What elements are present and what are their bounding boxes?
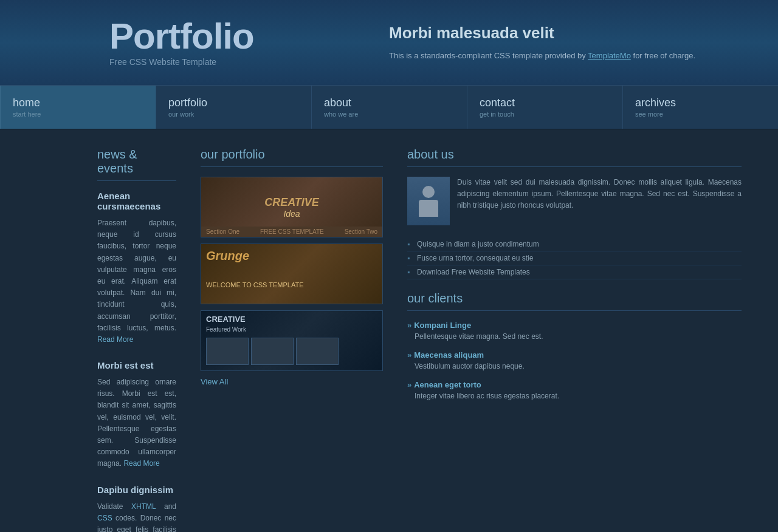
nav-item-contact[interactable]: contact get in touch bbox=[467, 86, 623, 129]
news-item-1-body: Praesent dapibus, neque id cursus faucib… bbox=[97, 217, 176, 346]
portfolio-thumb-3-creative: CREATIVE bbox=[206, 315, 377, 324]
bar-section-one: Section One bbox=[206, 228, 239, 235]
hero-text-end: for free of charge. bbox=[631, 51, 695, 60]
portfolio-thumb-3-gallery bbox=[206, 338, 377, 365]
portfolio-thumb-3-featured: Featured Work bbox=[206, 326, 377, 333]
nav-portfolio-sub: our work bbox=[168, 111, 299, 118]
clients-title: our clients bbox=[407, 292, 742, 311]
portfolio-thumb-1-idea: Idea bbox=[283, 209, 300, 219]
nav-about-main: about bbox=[324, 97, 455, 109]
about-list: Quisque in diam a justo condimentum Fusc… bbox=[407, 237, 742, 279]
client-1-desc: Pellentesque vitae magna. Sed nec est. bbox=[407, 332, 742, 341]
portfolio-column: our portfolio CREATIVE Idea Section One … bbox=[188, 142, 395, 532]
nav-portfolio-main: portfolio bbox=[168, 97, 299, 109]
bar-free-css: FREE CSS TEMPLATE bbox=[260, 228, 324, 235]
news-item-1: Aenean cursmaecenas Praesent dapibus, ne… bbox=[97, 191, 176, 346]
avatar-head bbox=[422, 186, 435, 198]
about-content: Duis vitae velit sed dui malesuada digni… bbox=[407, 177, 742, 225]
news-column: news & events Aenean cursmaecenas Praese… bbox=[0, 142, 188, 532]
nav-item-home[interactable]: home start here bbox=[0, 86, 156, 129]
about-column: about us Duis vitae velit sed dui malesu… bbox=[395, 142, 778, 532]
portfolio-thumb-2[interactable]: Grunge WELCOME TO CSS TEMPLATE bbox=[201, 244, 383, 304]
client-item-2: Maecenas aliquam Vestibulum auctor dapib… bbox=[407, 350, 742, 370]
news-item-3-title: Dapibu dignissim bbox=[97, 485, 176, 495]
header-text: Morbi malesuada velit This is a standard… bbox=[389, 24, 778, 62]
nav-contact-main: contact bbox=[480, 97, 610, 109]
about-list-item-1: Quisque in diam a justo condimentum bbox=[407, 237, 742, 251]
portfolio-thumb-1-creative: CREATIVE bbox=[264, 196, 319, 209]
avatar-body bbox=[419, 200, 438, 217]
portfolio-thumb-2-welcome: WELCOME TO CSS TEMPLATE bbox=[206, 281, 304, 288]
news-item-1-title: Aenean cursmaecenas bbox=[97, 191, 176, 211]
gallery-item-3 bbox=[296, 338, 339, 365]
news-item-3: Dapibu dignissim Validate XHTML and CSS … bbox=[97, 485, 176, 532]
portfolio-title: our portfolio bbox=[201, 148, 383, 167]
news-item-3-body: Validate XHTML and CSS codes. Donec nec … bbox=[97, 501, 176, 532]
nav-home-main: home bbox=[13, 97, 143, 109]
client-item-1: Kompani Linge Pellentesque vitae magna. … bbox=[407, 321, 742, 341]
nav-archives-main: archives bbox=[635, 97, 766, 109]
xhtml-link[interactable]: XHTML bbox=[131, 502, 156, 511]
portfolio-thumb-3[interactable]: CREATIVE Featured Work bbox=[201, 310, 383, 371]
avatar-figure bbox=[416, 186, 441, 216]
css-link[interactable]: CSS bbox=[97, 514, 112, 522]
client-3-link[interactable]: Aenean eget torto bbox=[407, 380, 742, 389]
news-item-2-body: Sed adipiscing ornare risus. Morbi est e… bbox=[97, 377, 176, 470]
portfolio-thumb-1[interactable]: CREATIVE Idea Section One FREE CSS TEMPL… bbox=[201, 177, 383, 237]
clients-section: our clients Kompani Linge Pellentesque v… bbox=[407, 292, 742, 400]
view-all-link[interactable]: View All bbox=[201, 377, 383, 386]
about-text: Duis vitae velit sed dui malesuada digni… bbox=[457, 177, 742, 225]
hero-title: Morbi malesuada velit bbox=[389, 24, 742, 43]
client-2-link[interactable]: Maecenas aliquam bbox=[407, 350, 742, 360]
about-title: about us bbox=[407, 148, 742, 167]
news-item-2-title: Morbi est est bbox=[97, 360, 176, 370]
nav-archives-sub: see more bbox=[635, 111, 766, 118]
client-3-desc: Integer vitae libero ac risus egestas pl… bbox=[407, 392, 742, 400]
header: Portfolio Free CSS Website Template Morb… bbox=[0, 0, 778, 85]
about-list-item-3: Download Free Website Templates bbox=[407, 265, 742, 279]
client-item-3: Aenean eget torto Integer vitae libero a… bbox=[407, 380, 742, 400]
news-item-1-read-more[interactable]: Read More bbox=[97, 335, 133, 344]
nav-item-about[interactable]: about who we are bbox=[312, 86, 467, 129]
nav-item-portfolio[interactable]: portfolio our work bbox=[156, 86, 312, 129]
news-item-2-read-more[interactable]: Read More bbox=[123, 459, 159, 468]
nav-inner: home start here portfolio our work about… bbox=[0, 86, 778, 129]
bar-section-two: Section Two bbox=[345, 228, 377, 235]
news-title: news & events bbox=[97, 148, 176, 181]
logo-subtitle: Free CSS Website Template bbox=[109, 57, 389, 67]
logo-area: Portfolio Free CSS Website Template bbox=[0, 18, 389, 67]
news-item-2: Morbi est est Sed adipiscing ornare risu… bbox=[97, 360, 176, 470]
logo-title: Portfolio bbox=[109, 18, 389, 55]
portfolio-thumb-1-bar: Section One FREE CSS TEMPLATE Section Tw… bbox=[201, 227, 382, 237]
gallery-item-2 bbox=[251, 338, 294, 365]
nav-home-sub: start here bbox=[13, 111, 143, 118]
client-1-link[interactable]: Kompani Linge bbox=[407, 321, 742, 330]
about-list-item-2: Fusce urna tortor, consequat eu stie bbox=[407, 251, 742, 265]
gallery-item-1 bbox=[206, 338, 249, 365]
client-2-desc: Vestibulum auctor dapibus neque. bbox=[407, 362, 742, 370]
nav-about-sub: who we are bbox=[324, 111, 455, 118]
avatar bbox=[407, 177, 450, 225]
hero-paragraph: This is a standards-compliant CSS templa… bbox=[389, 50, 742, 62]
hero-text-start: This is a standards-compliant CSS templa… bbox=[389, 51, 588, 60]
nav-contact-sub: get in touch bbox=[480, 111, 610, 118]
main-content: news & events Aenean cursmaecenas Praese… bbox=[0, 129, 778, 532]
nav: home start here portfolio our work about… bbox=[0, 85, 778, 129]
templatemo-link[interactable]: TemplateMo bbox=[588, 51, 631, 60]
portfolio-thumb-2-grunge: Grunge bbox=[206, 249, 249, 263]
nav-item-archives[interactable]: archives see more bbox=[623, 86, 778, 129]
